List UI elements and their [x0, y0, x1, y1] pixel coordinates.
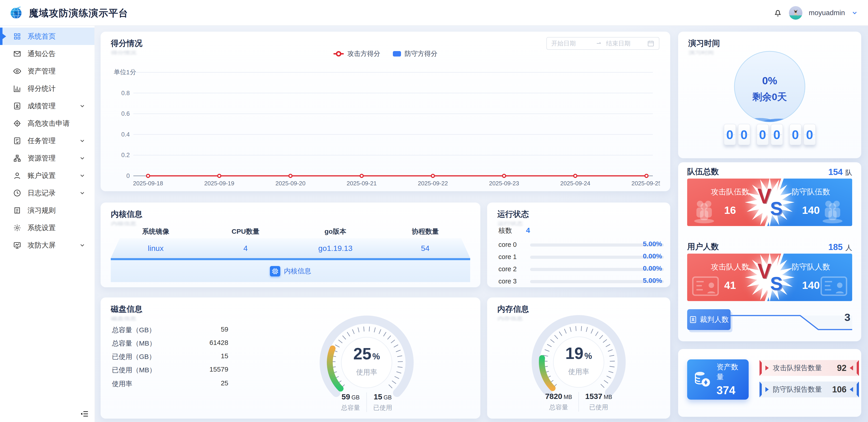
vs-starburst: V S	[744, 179, 796, 226]
exercise-percent: 0%	[733, 74, 807, 87]
marker-triangle-icon	[765, 365, 769, 370]
flip-clock-digit: 0	[724, 124, 736, 145]
sidebar-item-logs[interactable]: 日志记录	[0, 184, 94, 202]
chevron-down-icon	[79, 155, 86, 161]
sidebar-item-rules[interactable]: 演习规则	[0, 202, 94, 219]
sidebar-item-big-screen[interactable]: 攻防大屏	[0, 236, 94, 254]
svg-text:2025-09-19: 2025-09-19	[204, 180, 235, 187]
referee-count-value: 3	[844, 311, 850, 324]
kernel-card-title: 内核信息	[111, 209, 143, 219]
bar-series-marker-icon	[393, 51, 401, 57]
marker-triangle-icon	[850, 387, 853, 392]
sidebar-item-label: 系统首页	[28, 32, 56, 41]
sidebar-item-high-risk[interactable]: 高危攻击申请	[0, 115, 94, 132]
page-title: 魔域攻防演练演示平台	[29, 7, 128, 20]
sidebar-item-score-stats[interactable]: 得分统计	[0, 80, 94, 97]
svg-text:0.4: 0.4	[121, 131, 130, 138]
disk-usage-gauge: 25% 使用率 59GB 总容量 15GB 已使用	[315, 310, 418, 419]
exercise-remaining-days: 剩余0天	[733, 90, 807, 103]
sidebar-item-notice[interactable]: 通知公告	[0, 45, 94, 62]
assets-reports-card: 资产数量 374 攻击队报告数量 92 防守队报告数量 106	[678, 349, 861, 417]
disk-stat-row: 总容量（GB）59	[112, 326, 228, 335]
doc-frame-icon	[13, 206, 21, 214]
score-card: 得分情况 得分情况 攻击方得分 防守方得分 开始日期 结束日期 单位: 分 10…	[101, 32, 670, 191]
start-date-input[interactable]: 开始日期	[551, 39, 592, 48]
memory-used-stat: 1537MB 已使用	[579, 392, 618, 412]
sidebar-item-label: 通知公告	[28, 49, 56, 59]
attack-users-label: 攻击队人数	[711, 262, 749, 272]
chevron-down-icon	[79, 103, 86, 109]
svg-text:2025-09-18: 2025-09-18	[133, 180, 163, 187]
sidebar-item-account[interactable]: 账户设置	[0, 167, 94, 184]
clock-icon	[13, 189, 21, 197]
legend-attack-score[interactable]: 攻击方得分	[333, 49, 380, 58]
flip-clock-digit: 0	[738, 124, 750, 145]
end-date-input[interactable]: 结束日期	[606, 39, 644, 48]
id-card-icon	[691, 273, 720, 299]
marker-triangle-icon	[850, 365, 853, 370]
svg-text:2025-09-20: 2025-09-20	[276, 180, 306, 187]
username[interactable]: moyuadmin	[809, 9, 845, 17]
countdown-flip-clock: 000000	[678, 124, 861, 145]
sidebar-item-label: 攻防大屏	[28, 241, 56, 250]
legend-defense-score[interactable]: 防守方得分	[393, 49, 437, 58]
sidebar-item-assets[interactable]: 资产管理	[0, 62, 94, 80]
sidebar-item-label: 日志记录	[28, 188, 56, 198]
grid-icon	[13, 32, 21, 40]
sidebar-item-label: 任务管理	[28, 136, 56, 146]
core-usage-row: core 10.00%	[498, 253, 664, 262]
line-series-marker-icon	[333, 53, 344, 55]
nodes-icon	[13, 154, 21, 162]
defense-report-row: 防守队报告数量 106	[760, 382, 859, 397]
teams-vs-banner: 攻击队伍数 16 防守队伍数 140 V S	[687, 179, 852, 226]
memory-info-card: 内存信息 内存信息 19% 使用率 7820MB 总容量 1537MB 已使用	[487, 298, 670, 419]
disk-stat-row: 使用率25	[112, 379, 228, 389]
sidebar-item-label: 系统设置	[28, 223, 56, 233]
doc-user-icon	[13, 102, 21, 110]
person-badge-icon	[689, 315, 697, 324]
svg-text:0: 0	[126, 173, 130, 179]
chart-legend: 攻击方得分 防守方得分	[101, 49, 670, 58]
avatar[interactable]	[789, 6, 802, 20]
disk-stat-row: 已使用（MB）15579	[112, 365, 228, 375]
kernel-column-label: CPU数量	[201, 227, 291, 236]
chart-bars-icon	[13, 85, 21, 93]
sidebar-item-grades[interactable]: 成绩管理	[0, 97, 94, 115]
kernel-column-value: 54	[380, 244, 470, 253]
notifications-bell-icon[interactable]	[773, 8, 782, 18]
sidebar-item-label: 成绩管理	[28, 101, 56, 111]
doc-check-icon	[13, 137, 21, 145]
id-card-icon	[819, 273, 848, 299]
app-header: 魔域攻防演练演示平台 moyuadmin	[0, 0, 868, 26]
cpu-chip-icon	[270, 266, 280, 276]
exercise-time-card: 演习时间 演习时间 0% 剩余0天 000000	[678, 32, 861, 158]
kernel-column-label: 系统镜像	[111, 227, 201, 236]
svg-text:0.2: 0.2	[121, 152, 130, 158]
sidebar-item-settings[interactable]: 系统设置	[0, 219, 94, 236]
sidebar-item-home[interactable]: 系统首页	[0, 28, 94, 45]
flip-clock-digit: 0	[804, 124, 816, 145]
attack-teams-label: 攻击队伍数	[711, 187, 749, 197]
defense-teams-value: 140	[802, 204, 819, 216]
sidebar-item-label: 演习规则	[28, 206, 56, 215]
users-total-value: 185人	[829, 242, 852, 252]
usage-percent: 0.00%	[643, 265, 662, 272]
defense-users-label: 防守队人数	[792, 262, 830, 272]
chevron-down-icon	[79, 138, 86, 144]
score-card-title: 得分情况	[111, 38, 143, 49]
kernel-column-value: 4	[201, 244, 291, 253]
eye-icon	[13, 67, 21, 75]
sidebar-item-label: 资产管理	[28, 66, 56, 76]
sidebar-item-resources[interactable]: 资源管理	[0, 149, 94, 167]
date-range-picker[interactable]: 开始日期 结束日期	[546, 37, 659, 50]
exercise-progress-circle: 0% 剩余0天	[733, 49, 807, 124]
kernel-column-value: linux	[111, 244, 201, 253]
sidebar-item-tasks[interactable]: 任务管理	[0, 132, 94, 149]
team-silhouette-icon	[819, 199, 848, 224]
range-arrow-icon	[596, 40, 602, 47]
user-menu-chevron-down-icon[interactable]	[851, 9, 858, 16]
core-usage-row: core 20.00%	[498, 265, 664, 274]
sidebar-collapse-icon[interactable]	[80, 409, 89, 418]
disk-total-stat: 59GB 总容量	[335, 392, 367, 412]
vs-starburst: V S	[744, 253, 796, 301]
